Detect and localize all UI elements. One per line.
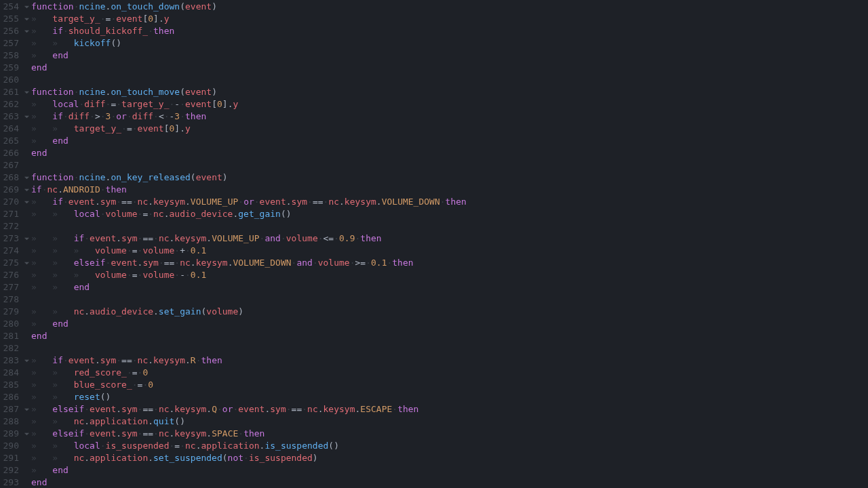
code-line[interactable]: » if·event.sym·==·nc.keysym.R·then: [31, 354, 868, 367]
token-id: y: [185, 123, 191, 134]
code-line[interactable]: » » target_y_·=·event[0].y: [31, 123, 868, 135]
gutter-line: 282: [0, 342, 31, 354]
fold-marker[interactable]: [22, 354, 31, 367]
token-pn: ]: [174, 123, 180, 134]
token-id: audio_device: [90, 306, 153, 317]
code-line[interactable]: end: [31, 147, 868, 159]
code-line[interactable]: » » blue_score_·=·0: [31, 379, 868, 391]
code-line[interactable]: » if·event.sym·==·nc.keysym.VOLUME_UP·or…: [31, 196, 868, 208]
gutter-line: 275: [0, 257, 31, 269]
fold-marker[interactable]: [22, 232, 31, 245]
code-line[interactable]: » end: [31, 318, 868, 330]
fold-marker[interactable]: [22, 184, 31, 196]
code-line[interactable]: » end: [31, 464, 868, 476]
code-line[interactable]: function·ncine.on_touch_move(event): [31, 86, 868, 98]
code-line[interactable]: » elseif·event.sym·==·nc.keysym.SPACE·th…: [31, 428, 868, 440]
code-line[interactable]: [31, 342, 868, 354]
fold-marker[interactable]: [22, 86, 31, 98]
fold-marker[interactable]: [22, 1, 31, 13]
gutter-line: 265: [0, 135, 31, 147]
code-line[interactable]: function·ncine.on_key_released(event): [31, 171, 868, 184]
fold-marker[interactable]: [22, 171, 31, 184]
token-id: event: [185, 87, 212, 97]
code-line[interactable]: end: [31, 330, 868, 342]
code-line[interactable]: » » elseif·event.sym·==·nc.keysym.VOLUME…: [31, 257, 868, 269]
code-line[interactable]: » » » volume·=·volume·+·0.1: [31, 245, 868, 257]
code-line[interactable]: [31, 159, 868, 171]
fold-marker[interactable]: [22, 196, 31, 208]
code-area[interactable]: function·ncine.on_touch_down(event)» tar…: [31, 0, 868, 488]
code-line[interactable]: » » » volume·=·volume·-·0.1: [31, 269, 868, 281]
fold-down-icon[interactable]: [24, 260, 30, 266]
token-op: >=: [355, 258, 366, 268]
code-line[interactable]: » if·should_kickoff_·then: [31, 25, 868, 37]
code-line[interactable]: » target_y_·=·event[0].y: [31, 13, 868, 25]
token-kw: if: [31, 184, 42, 195]
fold-down-icon[interactable]: [24, 236, 30, 242]
token-kw: then: [185, 111, 206, 121]
fold-down-icon[interactable]: [24, 4, 30, 10]
code-line[interactable]: » end: [31, 49, 868, 62]
code-line[interactable]: end: [31, 476, 868, 488]
line-number: 262: [0, 98, 22, 110]
fold-marker[interactable]: [22, 257, 31, 269]
code-line[interactable]: » » reset(): [31, 391, 868, 403]
token-ws: »: [31, 465, 52, 475]
fold-down-icon[interactable]: [24, 16, 30, 22]
fold-down-icon[interactable]: [24, 175, 30, 181]
code-line[interactable]: » » local·is_suspended·=·nc.application.…: [31, 440, 868, 452]
code-editor[interactable]: 2542552562572582592602612622632642652662…: [0, 0, 868, 488]
token-ws: ·: [153, 233, 159, 243]
token-ws: ·: [132, 355, 138, 365]
token-kw: function: [31, 1, 74, 12]
code-line[interactable]: [31, 293, 868, 306]
token-id: keysym: [153, 355, 185, 365]
code-line[interactable]: [31, 220, 868, 232]
token-id: sym: [100, 197, 116, 207]
code-line[interactable]: » if·diff·>·3·or·diff·<·-3·then: [31, 110, 868, 123]
fold-marker[interactable]: [22, 13, 31, 25]
code-line[interactable]: » » kickoff(): [31, 37, 868, 49]
code-line[interactable]: » local·diff·=·target_y_·-·event[0].y: [31, 98, 868, 110]
code-line[interactable]: » » nc.application.quit(): [31, 415, 868, 428]
code-line[interactable]: function·ncine.on_touch_down(event): [31, 1, 868, 13]
fold-marker[interactable]: [22, 403, 31, 415]
code-line[interactable]: end: [31, 62, 868, 74]
fold-down-icon[interactable]: [24, 187, 30, 193]
code-line[interactable]: » » red_score_·=·0: [31, 367, 868, 379]
token-id: event: [90, 404, 116, 414]
code-line[interactable]: » elseif·event.sym·==·nc.keysym.Q·or·eve…: [31, 403, 868, 415]
fold-down-icon[interactable]: [24, 28, 30, 35]
code-line[interactable]: [31, 74, 868, 86]
code-line[interactable]: » » local·volume·=·nc.audio_device.get_g…: [31, 208, 868, 220]
token-id: nc: [153, 209, 164, 219]
fold-down-icon[interactable]: [24, 407, 30, 413]
code-line[interactable]: if·nc.ANDROID·then: [31, 184, 868, 196]
fold-down-icon[interactable]: [24, 431, 30, 437]
fold-marker[interactable]: [22, 25, 31, 37]
gutter-line: 268: [0, 171, 31, 184]
token-pn: (: [328, 441, 334, 451]
line-number: 268: [0, 171, 22, 184]
token-kw: end: [52, 136, 68, 146]
token-ws: »: [31, 428, 52, 439]
token-ws: ·: [84, 233, 90, 243]
code-line[interactable]: » » nc.application.set_suspended(not·is_…: [31, 452, 868, 464]
token-pn: .: [339, 197, 344, 207]
code-line[interactable]: » » nc.audio_device.set_gain(volume): [31, 306, 868, 318]
token-pn: ): [286, 209, 292, 219]
code-line[interactable]: » end: [31, 135, 868, 147]
fold-down-icon[interactable]: [24, 89, 30, 96]
fold-marker[interactable]: [22, 110, 31, 123]
fold-down-icon[interactable]: [24, 199, 30, 205]
token-ws: ·: [100, 14, 106, 24]
fold-down-icon[interactable]: [24, 358, 30, 364]
gutter-line: 274: [0, 245, 31, 257]
token-ws: »: [31, 355, 52, 365]
code-line[interactable]: » » end: [31, 281, 868, 293]
gutter-line: 254: [0, 1, 31, 13]
code-line[interactable]: » » if·event.sym·==·nc.keysym.VOLUME_UP·…: [31, 232, 868, 245]
fold-down-icon[interactable]: [24, 114, 30, 120]
fold-marker[interactable]: [22, 428, 31, 440]
gutter-line: 280: [0, 318, 31, 330]
